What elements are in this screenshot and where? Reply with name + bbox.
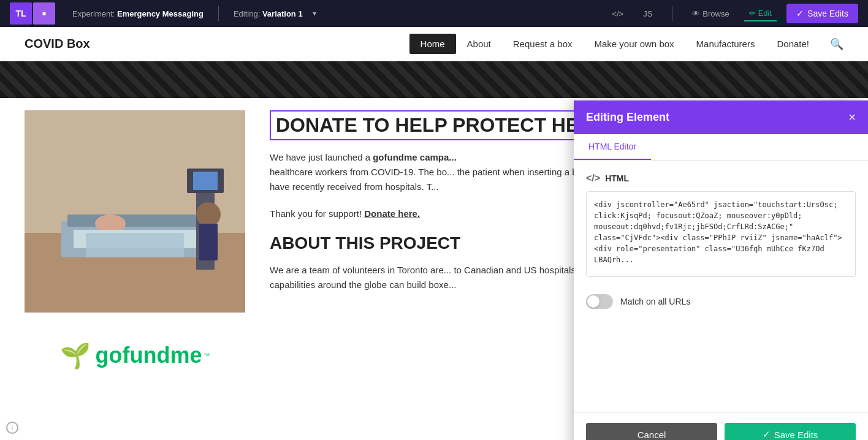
nav-link-home[interactable]: Home — [409, 34, 456, 54]
nav-links: Home About Request a box Make your own b… — [409, 34, 820, 54]
eye-icon: 👁 — [692, 9, 700, 18]
html-section-label: </> HTML — [586, 173, 856, 184]
hero-banner — [0, 61, 868, 98]
logo-text-2: ▪ — [42, 7, 46, 21]
match-urls-toggle[interactable] — [586, 294, 613, 309]
code-brackets-icon: </> — [586, 173, 600, 184]
gofundme-text: gofundme — [96, 343, 202, 368]
check-icon: ✓ — [796, 9, 804, 18]
html-editor-textarea[interactable] — [586, 191, 856, 277]
hospital-image-svg — [25, 110, 245, 313]
modal-body: </> HTML Match on all URLs — [574, 161, 868, 412]
nav-link-make[interactable]: Make your own box — [584, 34, 685, 54]
nav-link-donate[interactable]: Donate! — [766, 34, 820, 54]
match-toggle-row: Match on all URLs — [586, 294, 856, 309]
close-icon: × — [848, 110, 856, 124]
website-area: COVID Box Home About Request a box Make … — [0, 27, 868, 440]
modal-close-button[interactable]: × — [848, 110, 856, 124]
editing-label: Editing: Variation 1 — [234, 9, 303, 18]
svg-rect-8 — [193, 172, 218, 190]
logo-area: TL ▪ — [10, 2, 55, 25]
nav-link-about[interactable]: About — [456, 34, 502, 54]
search-icon[interactable]: 🔍 — [830, 37, 843, 51]
editing-modal[interactable]: Editing Element × HTML Editor </> HTML — [574, 101, 868, 440]
toolbar-divider — [218, 6, 219, 21]
svg-rect-11 — [86, 233, 184, 257]
js-button[interactable]: JS — [638, 7, 657, 21]
modal-title: Editing Element — [586, 111, 669, 124]
modal-tabs: HTML Editor — [574, 134, 868, 161]
donate-here-link[interactable]: Donate here. — [364, 208, 420, 219]
toolbar: TL ▪ Experiment: Emergency Messaging Edi… — [0, 0, 868, 27]
info-icon[interactable]: i — [6, 422, 18, 434]
cancel-button[interactable]: Cancel — [586, 423, 717, 440]
edit-button[interactable]: ✏ Edit — [744, 6, 777, 21]
svg-rect-3 — [67, 214, 202, 227]
logo-box-1: TL — [10, 2, 32, 25]
gofundme-trademark: ™ — [203, 352, 210, 359]
nav-link-request[interactable]: Request a box — [502, 34, 584, 54]
save-edits-button[interactable]: ✓ Save Edits — [786, 4, 858, 23]
match-label: Match on all URLs — [620, 297, 690, 306]
variation-dropdown[interactable]: ▾ — [313, 9, 316, 18]
modal-save-edits-button[interactable]: ✓ Save Edits — [725, 423, 856, 440]
browse-button[interactable]: 👁 Browse — [687, 7, 734, 21]
gofundme-link[interactable]: gofundme campa... — [373, 152, 457, 162]
gofundme-icon: 🌱 — [60, 341, 91, 370]
site-nav: COVID Box Home About Request a box Make … — [0, 27, 868, 61]
js-label: JS — [643, 9, 652, 18]
tab-html-editor[interactable]: HTML Editor — [574, 134, 651, 160]
gofundme-logo-area: 🌱 gofundme ™ — [25, 319, 245, 392]
logo-text-1: TL — [15, 9, 26, 18]
code-button[interactable]: </> — [607, 7, 628, 21]
toggle-thumb — [587, 295, 600, 308]
check-icon: ✓ — [763, 429, 771, 440]
modal-footer: Cancel ✓ Save Edits — [574, 412, 868, 440]
modal-header: Editing Element × — [574, 101, 868, 134]
logo-box-2: ▪ — [33, 2, 55, 25]
toolbar-divider-2 — [672, 6, 672, 21]
image-placeholder — [25, 110, 245, 313]
svg-rect-10 — [199, 224, 218, 260]
experiment-label: Experiment: Emergency Messaging — [72, 9, 204, 18]
site-logo: COVID Box — [25, 37, 409, 51]
code-icon: </> — [612, 9, 623, 18]
svg-point-9 — [196, 202, 221, 227]
nav-link-manufacturers[interactable]: Manufacturers — [685, 34, 766, 54]
pencil-icon: ✏ — [749, 9, 756, 18]
chevron-down-icon: ▾ — [313, 9, 316, 18]
hero-image — [25, 110, 245, 313]
content-left: 🌱 gofundme ™ — [25, 110, 245, 392]
